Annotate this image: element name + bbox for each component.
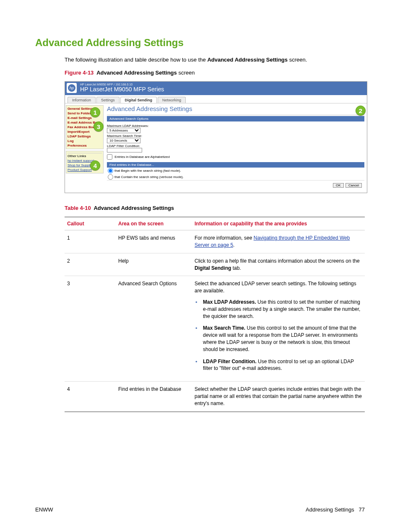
footer-left: ENWW <box>35 506 53 513</box>
cell-info: Click to open a help file that contains … <box>192 253 365 276</box>
ews-tabs: Information Settings Digital Sending Net… <box>65 95 367 103</box>
figure-title: Advanced Addressing Settings <box>96 70 177 76</box>
bullet-bold: Max LDAP Addresses. <box>203 299 256 305</box>
callout-3: 3 <box>94 121 104 132</box>
screenshot-container: hp HP LaserJet M9050 MFP / 192.168.0.10 … <box>65 81 365 193</box>
callout-4: 4 <box>90 160 100 170</box>
form-advanced-search: Maximum LDAP Addresses: 5 Addresses Maxi… <box>107 121 364 162</box>
callout-1: 1 <box>90 107 100 117</box>
tab-digital-sending[interactable]: Digital Sending <box>120 97 157 103</box>
figure-suffix: screen <box>177 70 195 76</box>
cell-callout: 3 <box>65 276 116 382</box>
ldap-filter-input[interactable] <box>107 148 142 152</box>
tab-information[interactable]: Information <box>68 97 96 103</box>
bullet-list: Max LDAP Addresses. Use this control to … <box>195 299 362 372</box>
cancel-button[interactable]: Cancel <box>345 183 362 188</box>
table-row: 2 Help Click to open a help file that co… <box>65 253 365 276</box>
cell-info-bold: Digital Sending <box>195 265 231 271</box>
cell-info-after: . <box>233 242 234 248</box>
sidebar-other-links-head: Other Links <box>68 153 102 158</box>
page-footer: ENWW Addressing Settings 77 <box>35 506 365 513</box>
max-search-time-label: Maximum Search Time: <box>107 134 364 138</box>
cell-callout: 4 <box>65 382 116 412</box>
list-item: Max Search Time. Use this control to set… <box>195 325 362 353</box>
main-screen-title: Advanced Addressing Settings <box>107 105 192 112</box>
max-ldap-addresses-label: Maximum LDAP Addresses: <box>107 124 364 128</box>
hp-logo-icon: hp <box>68 84 75 92</box>
cell-info-after: tab. <box>231 265 241 271</box>
radio-begin-with-label: that Begin with the search string (fast … <box>114 169 181 173</box>
th-info: Information or capability that the area … <box>192 217 365 230</box>
footer-page-number: 77 <box>359 506 365 513</box>
tab-networking[interactable]: Networking <box>158 97 186 103</box>
table-row: 1 HP EWS tabs and menus For more informa… <box>65 230 365 253</box>
intro-text: The following illustration and table des… <box>65 56 365 64</box>
cell-info-text: Select the advanced LDAP server search s… <box>195 281 356 294</box>
footer-right: Addressing Settings 77 <box>306 506 365 513</box>
cell-info: Select the advanced LDAP server search s… <box>192 276 365 382</box>
cell-callout: 1 <box>65 230 116 253</box>
sidebar-item-preferences[interactable]: Preferences <box>68 143 102 148</box>
cell-info-text: For more information, see <box>195 235 254 241</box>
callout-2: 2 <box>356 106 366 116</box>
section-advanced-search-options: Advanced Search Options <box>107 116 364 121</box>
ok-button[interactable]: OK <box>333 183 344 188</box>
cell-area: Help <box>116 253 192 276</box>
cell-area: Find entries in the Database <box>116 382 192 412</box>
table-title: Advanced Addressing Settings <box>94 205 174 211</box>
page-title: Advanced Addressing Settings <box>35 37 365 49</box>
figure-caption: Figure 4-13 Advanced Addressing Settings… <box>65 70 365 76</box>
th-area: Area on the screen <box>116 217 192 230</box>
cell-info-text: Click to open a help file that contains … <box>195 258 360 264</box>
device-address: HP LaserJet M9050 MFP / 192.168.0.10 <box>80 83 364 86</box>
table-caption: Table 4-10 Advanced Addressing Settings <box>65 205 365 211</box>
ews-sidebar: General Settings Send to Folder E-mail S… <box>65 103 104 193</box>
alphabetized-label: Entries in Database are Alphabetized <box>114 155 170 159</box>
ldap-filter-label: LDAP Filter Condition: <box>107 144 364 148</box>
sidebar-item-ldap-settings[interactable]: LDAP Settings <box>68 134 102 139</box>
intro-after: screen. <box>288 57 307 63</box>
tab-settings[interactable]: Settings <box>96 97 119 103</box>
th-callout: Callout <box>65 217 116 230</box>
ews-screenshot: hp HP LaserJet M9050 MFP / 192.168.0.10 … <box>65 81 367 193</box>
table-row: 4 Find entries in the Database Select wh… <box>65 382 365 412</box>
list-item: Max LDAP Addresses. Use this control to … <box>195 299 362 320</box>
bullet-bold: Max Search Time. <box>203 325 245 331</box>
ews-header: hp HP LaserJet M9050 MFP / 192.168.0.10 … <box>65 82 367 95</box>
sidebar-item-log[interactable]: Log <box>68 139 102 143</box>
figure-label-num: Figure 4-13 <box>65 70 94 76</box>
hp-logo: hp <box>67 83 77 93</box>
footer-section-label: Addressing Settings <box>306 506 354 513</box>
cell-info: For more information, see Navigating thr… <box>192 230 365 253</box>
radio-contain-label: that Contain the search string (verbose … <box>114 175 184 179</box>
cell-callout: 2 <box>65 253 116 276</box>
radio-contain[interactable] <box>108 174 113 180</box>
cell-area: HP EWS tabs and menus <box>116 230 192 253</box>
intro-before: The following illustration and table des… <box>65 57 207 63</box>
find-entries-radios: that Begin with the search string (fast … <box>107 168 364 180</box>
ews-main: Advanced Addressing Settings Help Advanc… <box>104 103 367 193</box>
max-search-time-select[interactable]: 10 Seconds <box>107 138 140 143</box>
description-table: Callout Area on the screen Information o… <box>65 217 365 412</box>
section-find-entries: Find entries in the Database... <box>107 162 364 168</box>
table-label-num: Table 4-10 <box>65 205 91 211</box>
list-item: LDAP Filter Condition. Use this control … <box>195 358 362 372</box>
cell-info: Select whether the LDAP search queries i… <box>192 382 365 412</box>
max-ldap-addresses-select[interactable]: 5 Addresses <box>107 128 140 133</box>
bullet-bold: LDAP Filter Condition. <box>203 359 257 364</box>
table-row: 3 Advanced Search Options Select the adv… <box>65 276 365 382</box>
radio-begin-with[interactable] <box>108 168 113 173</box>
alphabetized-checkbox[interactable] <box>107 154 112 160</box>
intro-bold: Advanced Addressing Settings <box>207 57 288 63</box>
cell-area: Advanced Search Options <box>116 276 192 382</box>
device-series: HP LaserJet M9050 MFP Series <box>80 86 364 93</box>
